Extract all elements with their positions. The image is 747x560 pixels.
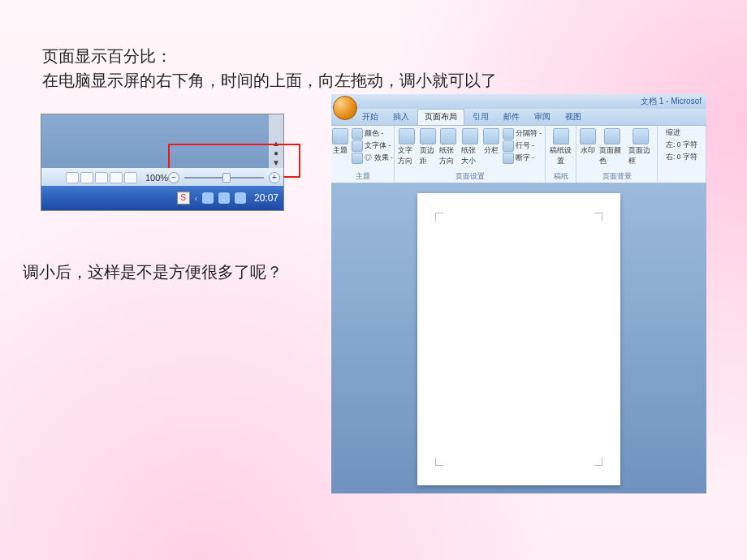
watermark-icon (580, 128, 596, 144)
theme-sub-buttons: 颜色 - 文字体 - ◎ 效果 - (352, 128, 393, 164)
margin-mark-tl-icon (435, 213, 443, 221)
text-direction-icon (399, 128, 415, 144)
zoom-percent[interactable]: 100% (145, 173, 168, 183)
font-icon (352, 140, 363, 152)
zoom-control-screenshot: ▲ ● ▼ 100% − + S ‹ 20:07 (41, 114, 284, 211)
manuscript-icon (553, 128, 569, 144)
ime-icon[interactable]: S (177, 192, 190, 205)
orientation-button[interactable]: 纸张方向 (439, 128, 458, 166)
instruction-text: 页面显示百分比： 在电脑显示屏的右下角，时间的上面，向左拖动，调小就可以了 (42, 44, 562, 93)
page-setup-sub: 分隔符 - 行号 - 断字 - (503, 128, 542, 164)
word-window-screenshot: 文档 1 - Microsof 开始 插入 页面布局 引用 邮件 审阅 视图 主… (331, 94, 706, 493)
line1: 页面显示百分比： (42, 47, 172, 65)
indent-left[interactable]: 左: 0 字符 (666, 140, 697, 150)
system-tray: S ‹ 20:07 (177, 192, 279, 205)
tab-view[interactable]: 视图 (559, 110, 588, 125)
tray-icon-3[interactable] (235, 192, 246, 204)
group-page-bg: 水印 页面颜色 页面边框 页面背景 (576, 126, 658, 183)
word-title-bar: 文档 1 - Microsof (331, 94, 706, 109)
page-color-button[interactable]: 页面颜色 (599, 128, 625, 166)
line-numbers-icon (503, 140, 514, 152)
hyphenation-icon (503, 153, 514, 164)
indent-right[interactable]: 右: 0 字符 (666, 153, 697, 162)
theme-colors-button[interactable]: 颜色 - (352, 128, 393, 140)
word-title: 文档 1 - Microsof (641, 96, 702, 107)
margin-mark-br-icon (594, 458, 602, 466)
margin-mark-tr-icon (594, 213, 602, 221)
group-page-bg-label: 页面背景 (602, 170, 632, 182)
group-theme: 主题 颜色 - 文字体 - ◎ 效果 - 主题 (331, 126, 395, 183)
office-button-icon[interactable] (333, 96, 357, 120)
breaks-icon (503, 128, 514, 140)
word-status-bar: 100% − + (41, 168, 283, 187)
theme-fonts-button[interactable]: 文字体 - (352, 140, 393, 152)
breaks-button[interactable]: 分隔符 - (503, 128, 542, 140)
ribbon-tabs: 开始 插入 页面布局 引用 邮件 审阅 视图 (331, 109, 706, 125)
zoom-in-button[interactable]: + (269, 172, 280, 183)
zoom-slider[interactable] (184, 172, 264, 183)
theme-effects-button[interactable]: ◎ 效果 - (352, 153, 393, 164)
manuscript-button[interactable]: 稿纸设置 (549, 128, 572, 166)
tab-insert[interactable]: 插入 (386, 110, 416, 125)
effects-icon (352, 153, 363, 164)
palette-icon (352, 128, 363, 140)
view-print-layout-icon[interactable] (66, 172, 79, 183)
size-button[interactable]: 纸张大小 (461, 128, 480, 166)
margins-icon (420, 128, 436, 144)
indent-title: 缩进 (666, 128, 697, 138)
view-outline-icon[interactable] (110, 172, 123, 183)
margin-mark-bl-icon (435, 458, 443, 466)
themes-label: 主题 (333, 145, 348, 156)
tray-icon-2[interactable] (218, 192, 230, 204)
tab-review[interactable]: 审阅 (528, 110, 557, 125)
document-area[interactable] (331, 183, 706, 493)
zoom-out-button[interactable]: − (168, 172, 179, 183)
line2: 在电脑显示屏的右下角，时间的上面，向左拖动，调小就可以了 (42, 71, 497, 89)
line-numbers-button[interactable]: 行号 - (503, 140, 542, 152)
followup-text: 调小后，这样是不是方便很多了呢？ (23, 260, 307, 284)
tab-home[interactable]: 开始 (356, 110, 385, 125)
text-direction-button[interactable]: 文字方向 (398, 128, 417, 166)
orientation-icon (440, 128, 456, 144)
tray-chevron-icon[interactable]: ‹ (195, 194, 197, 203)
windows-taskbar: S ‹ 20:07 (41, 186, 283, 210)
zoom-track (184, 177, 264, 179)
columns-button[interactable]: 分栏 (483, 128, 499, 156)
view-buttons (66, 172, 137, 183)
group-page-setup: 文字方向 页边距 纸张方向 纸张大小 分栏 分隔符 - 行号 - 断字 - 页面… (395, 126, 546, 183)
tray-icon-1[interactable] (202, 192, 214, 204)
themes-icon (332, 128, 348, 144)
ribbon: 主题 颜色 - 文字体 - ◎ 效果 - 主题 文字方向 页边距 纸张方向 纸张… (331, 125, 706, 183)
group-indent: 缩进 左: 0 字符 右: 0 字符 (658, 126, 706, 183)
page-borders-button[interactable]: 页面边框 (628, 128, 654, 166)
margins-button[interactable]: 页边距 (420, 128, 436, 166)
page-color-icon (604, 128, 620, 144)
group-page-setup-label: 页面设置 (456, 170, 485, 182)
view-draft-icon[interactable] (124, 172, 137, 183)
taskbar-clock[interactable]: 20:07 (254, 192, 279, 204)
zoom-thumb-icon[interactable] (222, 173, 231, 183)
page-borders-icon (633, 128, 649, 144)
tab-mailings[interactable]: 邮件 (497, 110, 526, 125)
hyphenation-button[interactable]: 断字 - (503, 153, 542, 164)
size-icon (462, 128, 478, 144)
view-web-icon[interactable] (95, 172, 108, 183)
tab-page-layout[interactable]: 页面布局 (417, 109, 464, 125)
group-theme-label: 主题 (356, 170, 370, 182)
group-paper: 稿纸设置 稿纸 (546, 126, 576, 183)
line3: 调小后，这样是不是方便很多了呢？ (23, 263, 283, 281)
tab-references[interactable]: 引用 (466, 110, 495, 125)
watermark-button[interactable]: 水印 (580, 128, 596, 156)
view-fullscreen-icon[interactable] (80, 172, 93, 183)
group-paper-label: 稿纸 (554, 170, 568, 182)
document-page[interactable] (417, 193, 620, 485)
themes-button[interactable]: 主题 (332, 128, 348, 156)
columns-icon (483, 128, 499, 144)
